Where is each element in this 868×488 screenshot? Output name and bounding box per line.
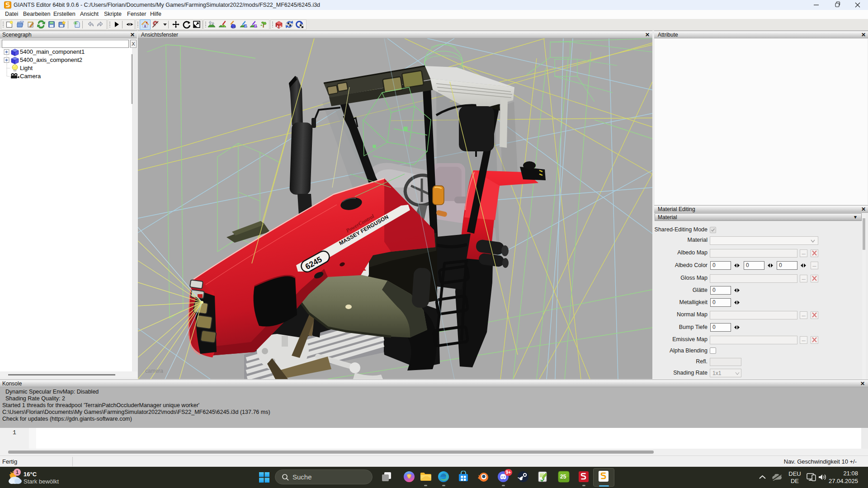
svg-text:25: 25 <box>560 474 566 480</box>
svg-text:d: d <box>245 24 247 28</box>
svg-text:A: A <box>276 25 278 28</box>
svg-text:B: B <box>279 25 282 28</box>
svg-text:camera: camera <box>145 368 163 374</box>
svg-text:F: F <box>255 24 257 28</box>
